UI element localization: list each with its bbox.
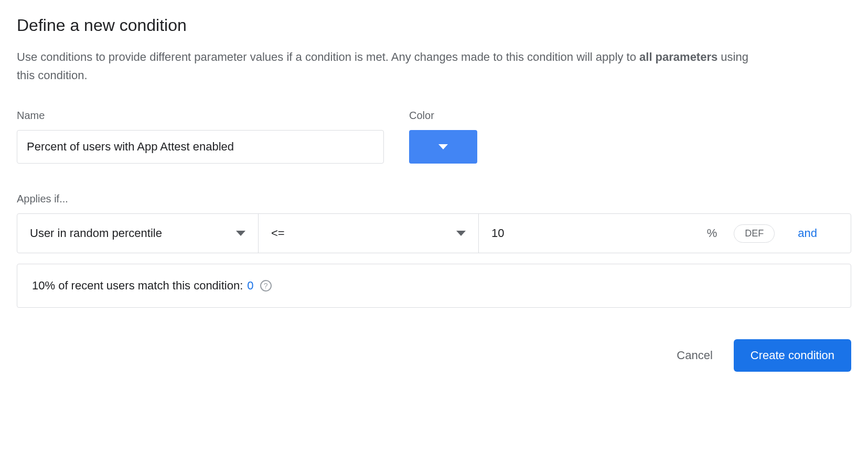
field-row: Name Color [17, 110, 851, 164]
applies-if-label: Applies if... [17, 193, 851, 205]
chevron-down-icon [236, 231, 245, 236]
match-info-text: 10% of recent users match this condition… [32, 279, 243, 293]
condition-operator-dropdown[interactable]: <= [259, 214, 479, 253]
description-text: Use conditions to provide different para… [17, 48, 751, 84]
cancel-button[interactable]: Cancel [672, 342, 716, 369]
match-info-box: 10% of recent users match this condition… [17, 264, 851, 308]
condition-value-segment: % DEF and [479, 214, 851, 253]
percentile-value-input[interactable] [491, 214, 699, 253]
percent-suffix: % [707, 226, 717, 240]
and-link[interactable]: and [783, 226, 838, 240]
color-field-group: Color [409, 110, 477, 164]
condition-type-dropdown[interactable]: User in random percentile [17, 214, 259, 253]
create-condition-button[interactable]: Create condition [734, 339, 851, 372]
description-prefix: Use conditions to provide different para… [17, 50, 639, 63]
def-chip-button[interactable]: DEF [734, 224, 775, 243]
caret-down-icon [438, 144, 448, 149]
operator-text: <= [271, 226, 285, 240]
help-icon[interactable]: ? [260, 280, 272, 292]
name-label: Name [17, 110, 384, 122]
footer-actions: Cancel Create condition [17, 339, 851, 372]
description-bold: all parameters [639, 50, 717, 63]
match-count: 0 [247, 279, 253, 293]
name-input[interactable] [17, 130, 384, 164]
condition-type-text: User in random percentile [30, 226, 162, 240]
condition-row: User in random percentile <= % DEF and [17, 213, 851, 253]
name-field-group: Name [17, 110, 384, 164]
color-picker-button[interactable] [409, 130, 477, 164]
color-label: Color [409, 110, 477, 122]
chevron-down-icon [456, 231, 466, 236]
page-title: Define a new condition [17, 16, 851, 35]
